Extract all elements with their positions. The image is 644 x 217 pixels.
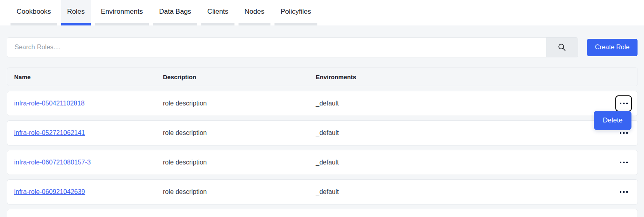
role-environments: _default (316, 129, 608, 137)
table-row: infra-role-060721080157-3 role descripti… (7, 150, 638, 175)
create-role-button[interactable]: Create Role (587, 39, 638, 56)
search-button[interactable] (546, 38, 578, 57)
role-description: role description (163, 159, 316, 166)
tab-label: Roles (67, 8, 84, 16)
ellipsis-icon (623, 191, 625, 193)
table-row-partial (7, 209, 638, 217)
infra-tab-bar: Cookbooks Roles Environments Data Bags C… (0, 0, 644, 25)
tab-environments[interactable]: Environments (95, 0, 149, 25)
ellipsis-icon (620, 103, 621, 104)
column-header-name: Name (14, 74, 163, 80)
role-name-link[interactable]: infra-role-060721080157-3 (14, 159, 91, 166)
search-input[interactable] (7, 38, 546, 57)
ellipsis-icon (626, 132, 628, 134)
role-environments: _default (316, 100, 608, 107)
table-header-row: Name Description Environments (7, 67, 638, 86)
role-description: role description (163, 188, 316, 196)
search-icon (557, 43, 566, 52)
tab-nodes[interactable]: Nodes (239, 0, 270, 25)
ellipsis-icon (626, 103, 628, 104)
ellipsis-icon (620, 191, 621, 193)
ellipsis-icon (620, 132, 621, 134)
tab-cookbooks[interactable]: Cookbooks (11, 0, 57, 25)
roles-page: Create Role Name Description Environment… (0, 37, 644, 217)
tab-clients[interactable]: Clients (201, 0, 234, 25)
row-actions-menu-button[interactable] (615, 154, 632, 171)
tab-label: Nodes (245, 8, 264, 16)
tab-policyfiles[interactable]: Policyfiles (274, 0, 317, 25)
role-description: role description (163, 129, 316, 137)
tab-label: Policyfiles (281, 8, 311, 16)
column-header-environments: Environments (316, 74, 608, 80)
ellipsis-icon (623, 103, 625, 104)
tab-label: Clients (207, 8, 228, 16)
table-row: infra-role-060921042639 role description… (7, 179, 638, 204)
role-name-link[interactable]: infra-role-060921042639 (14, 188, 85, 196)
ellipsis-icon (626, 162, 628, 163)
role-environments: _default (316, 188, 608, 196)
role-name-link[interactable]: infra-role-052721062141 (14, 129, 85, 137)
ellipsis-icon (626, 191, 628, 193)
table-row: infra-role-052721062141 role description… (7, 120, 638, 145)
row-actions-menu-button[interactable] (615, 184, 632, 200)
search-toolbar: Create Role (7, 37, 638, 57)
role-description: role description (163, 100, 316, 107)
ellipsis-icon (620, 162, 621, 163)
ellipsis-icon (623, 132, 625, 134)
tab-roles[interactable]: Roles (61, 0, 91, 25)
tab-label: Data Bags (159, 8, 191, 16)
tab-label: Cookbooks (17, 8, 51, 16)
delete-menu-item[interactable]: Delete (594, 111, 631, 130)
search-input-group (7, 37, 578, 57)
role-name-link[interactable]: infra-role-050421102818 (14, 100, 84, 107)
tab-data-bags[interactable]: Data Bags (153, 0, 197, 25)
ellipsis-icon (623, 162, 625, 163)
column-header-description: Description (163, 74, 316, 80)
row-actions-menu-button[interactable] (615, 95, 632, 112)
role-environments: _default (316, 159, 608, 166)
tab-label: Environments (101, 8, 143, 16)
table-row: infra-role-050421102818 role description… (7, 91, 638, 116)
